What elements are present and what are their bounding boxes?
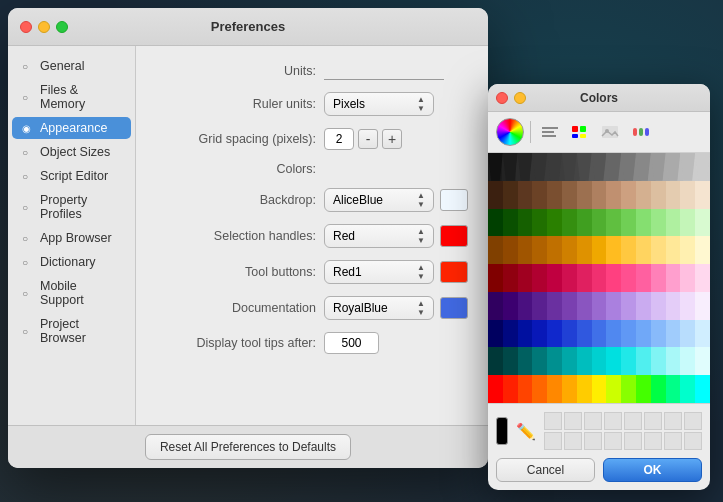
mini-swatch-7[interactable] [664,412,682,430]
mini-swatch-3[interactable] [584,412,602,430]
mini-swatch-9[interactable] [544,432,562,450]
grid-stepper: - + [324,128,402,150]
toolbar-separator [530,121,531,143]
backdrop-label: Backdrop: [156,193,316,207]
chevron-updown-icon: ▲ ▼ [417,228,425,245]
mini-swatch-16[interactable] [684,432,702,450]
svg-rect-6 [580,134,586,138]
svg-rect-0 [542,127,558,129]
radio-icon: ○ [22,202,34,213]
mini-swatch-11[interactable] [584,432,602,450]
sidebar-item-dictionary[interactable]: ○ Dictionary [12,251,131,273]
mini-swatch-grid [544,412,702,450]
radio-icon: ○ [22,147,34,158]
eyedropper-icon[interactable]: ✏️ [516,422,536,441]
radio-icon: ○ [22,257,34,268]
current-color-swatch[interactable] [496,417,508,445]
colors-swatches-row: ✏️ [496,412,702,450]
sidebar-item-appearance[interactable]: ◉ Appearance [12,117,131,139]
selection-control: Red ▲ ▼ [324,224,468,248]
tooltip-input[interactable] [324,332,379,354]
selection-value: Red [333,229,355,243]
chevron-updown-icon: ▲ ▼ [417,300,425,317]
selection-color-swatch[interactable] [440,225,468,247]
sidebar-item-object-sizes[interactable]: ○ Object Sizes [12,141,131,163]
color-wheel-icon[interactable] [496,118,524,146]
colors-title-bar: Colors [488,84,710,112]
sidebar-item-general[interactable]: ○ General [12,55,131,77]
backdrop-color-swatch[interactable] [440,189,468,211]
toolbtn-select[interactable]: Red1 ▲ ▼ [324,260,434,284]
mini-swatch-8[interactable] [684,412,702,430]
colors-close-button[interactable] [496,92,508,104]
window-title: Preferences [211,19,285,34]
sidebar-item-script-editor[interactable]: ○ Script Editor [12,165,131,187]
ruler-units-value: Pixels [333,97,365,111]
minimize-button[interactable] [38,21,50,33]
toolbtn-value: Red1 [333,265,362,279]
radio-icon: ○ [22,288,34,299]
sidebar-item-mobile-support[interactable]: ○ Mobile Support [12,275,131,311]
toolbtn-label: Tool buttons: [156,265,316,279]
mini-swatch-6[interactable] [644,412,662,430]
doc-select[interactable]: RoyalBlue ▲ ▼ [324,296,434,320]
radio-icon: ◉ [22,123,34,134]
sidebar-label: General [40,59,84,73]
grid-spacing-row: Grid spacing (pixels): - + [156,128,468,150]
ok-button[interactable]: OK [603,458,702,482]
mini-swatch-1[interactable] [544,412,562,430]
chevron-updown-icon: ▲ ▼ [417,192,425,209]
svg-rect-9 [633,128,637,136]
color-sliders-tab[interactable] [537,121,563,143]
colors-bottom: ✏️ Cancel OK [488,403,710,490]
reset-button[interactable]: Reset All Preferences to Defaults [145,434,351,460]
maximize-button[interactable] [56,21,68,33]
svg-rect-11 [645,128,649,136]
sidebar-label: App Browser [40,231,112,245]
colors-grid[interactable] [488,153,710,403]
documentation-row: Documentation RoyalBlue ▲ ▼ [156,296,468,320]
color-crayon-tab[interactable] [627,121,653,143]
grid-minus-button[interactable]: - [358,129,378,149]
units-row: Units: [156,62,468,80]
sidebar-label: Appearance [40,121,107,135]
mini-swatch-13[interactable] [624,432,642,450]
cancel-button[interactable]: Cancel [496,458,595,482]
color-palette-tab[interactable] [567,121,593,143]
colors-minimize-button[interactable] [514,92,526,104]
ruler-units-select[interactable]: Pixels ▲ ▼ [324,92,434,116]
mini-swatch-14[interactable] [644,432,662,450]
close-button[interactable] [20,21,32,33]
colors-panel: Colors [488,84,710,490]
preferences-window: Preferences ○ General ○ Files & Memory ◉… [8,8,488,468]
svg-rect-4 [580,126,586,132]
sidebar-item-files-memory[interactable]: ○ Files & Memory [12,79,131,115]
backdrop-control: AliceBlue ▲ ▼ [324,188,468,212]
mini-swatch-12[interactable] [604,432,622,450]
sidebar-item-property-profiles[interactable]: ○ Property Profiles [12,189,131,225]
mini-swatch-10[interactable] [564,432,582,450]
svg-rect-2 [542,135,556,137]
doc-value: RoyalBlue [333,301,388,315]
doc-control: RoyalBlue ▲ ▼ [324,296,468,320]
radio-icon: ○ [22,326,34,337]
grid-value-input[interactable] [324,128,354,150]
mini-swatch-2[interactable] [564,412,582,430]
traffic-lights [20,21,68,33]
mini-swatch-5[interactable] [624,412,642,430]
mini-swatch-4[interactable] [604,412,622,430]
radio-icon: ○ [22,92,34,103]
mini-swatch-15[interactable] [664,432,682,450]
svg-rect-1 [542,131,554,133]
tool-buttons-row: Tool buttons: Red1 ▲ ▼ [156,260,468,284]
selection-select[interactable]: Red ▲ ▼ [324,224,434,248]
ruler-units-label: Ruler units: [156,97,316,111]
toolbtn-color-swatch[interactable] [440,261,468,283]
chevron-updown-icon: ▲ ▼ [417,264,425,281]
sidebar-item-project-browser[interactable]: ○ Project Browser [12,313,131,349]
grid-plus-button[interactable]: + [382,129,402,149]
backdrop-select[interactable]: AliceBlue ▲ ▼ [324,188,434,212]
color-image-tab[interactable] [597,121,623,143]
sidebar-item-app-browser[interactable]: ○ App Browser [12,227,131,249]
doc-color-swatch[interactable] [440,297,468,319]
